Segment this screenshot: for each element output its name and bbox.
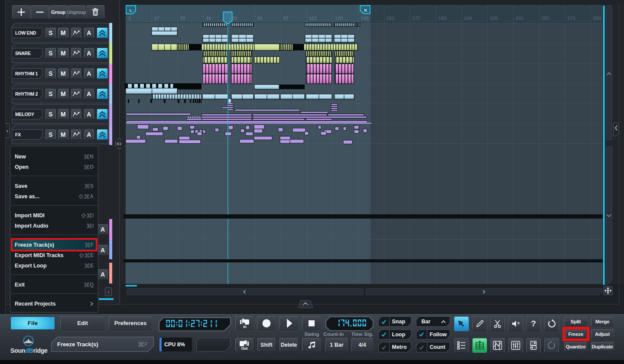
svg-text:113: 113: [309, 16, 317, 21]
svg-text:1: 1: [128, 16, 131, 21]
svg-text:129: 129: [335, 16, 343, 21]
svg-text:17: 17: [154, 16, 159, 21]
svg-text:81: 81: [257, 16, 263, 21]
svg-text:97: 97: [283, 16, 289, 21]
svg-text:In: In: [243, 325, 247, 329]
svg-text:L: L: [130, 8, 132, 13]
svg-text:145: 145: [361, 16, 368, 21]
svg-text:33: 33: [180, 16, 185, 21]
svg-text:R: R: [364, 8, 367, 13]
svg-text:Out: Out: [241, 346, 248, 350]
svg-text:x: x: [517, 321, 520, 325]
svg-text:49: 49: [206, 16, 211, 21]
